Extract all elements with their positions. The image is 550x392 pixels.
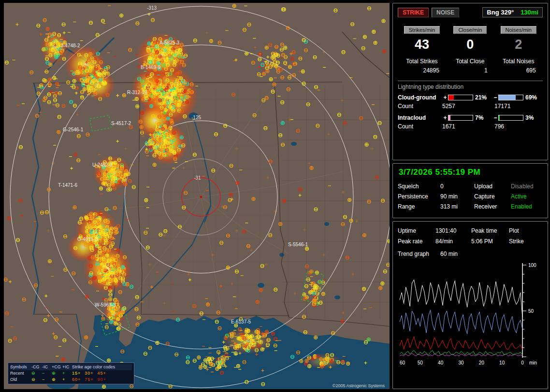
legend-col-pos-cg: +CG bbox=[52, 364, 62, 370]
squelch-value: 0 bbox=[440, 183, 474, 190]
totals-row: Total Strikes 24895 Total Close 1 Total … bbox=[398, 58, 543, 74]
range-ring-label: -31 bbox=[194, 175, 201, 181]
map-legend: Symbols-CG-IC+CG+ICStrike age color code… bbox=[8, 363, 134, 384]
legend-ages-old: 60+75+90+ bbox=[72, 377, 132, 383]
upload-value: Disabled bbox=[511, 183, 543, 190]
range-ring-label: -313 bbox=[147, 5, 157, 11]
rates-row: Strikes/min 43 Close/min 0 Noises/min 2 bbox=[398, 25, 543, 52]
peaktime-value: 5:06 PM bbox=[471, 238, 509, 245]
storm-cell-label: R-312-19 bbox=[127, 90, 147, 95]
cg-pos-old-icon: ⊕ bbox=[52, 377, 62, 383]
ic-neg-recent-icon: − bbox=[42, 370, 52, 377]
range-ring-label: -125 bbox=[191, 115, 201, 120]
nexstorm-app: { "map": { "colors": {"land": "#6b5c54",… bbox=[0, 0, 550, 392]
strike-stats-panel: STRIKE NOISE Bng 329° 130mi Strikes/min … bbox=[392, 3, 548, 160]
side-panel: STRIKE NOISE Bng 329° 130mi Strikes/min … bbox=[392, 3, 548, 389]
legend-old-label: Old bbox=[10, 377, 31, 383]
y-axis-label: 100 bbox=[528, 263, 536, 268]
x-axis-label: 30 bbox=[458, 360, 464, 365]
ic-negative-bar bbox=[498, 115, 523, 121]
uptime-grid: Uptime 1301:40 Peak time Plot Peak rate … bbox=[398, 227, 543, 245]
storm-cell-label: S-4517-2 bbox=[111, 121, 131, 126]
persistence-label: Persistence bbox=[398, 193, 440, 200]
uptime-value: 1301:40 bbox=[435, 227, 471, 234]
capture-value: Active bbox=[511, 193, 543, 200]
plot-label: Plot bbox=[509, 227, 543, 234]
cg-positive-count: 5257 bbox=[442, 103, 494, 110]
cg-pos-recent-icon: ⊕ bbox=[52, 370, 62, 377]
lightning-map[interactable]: J-4748-2A-5825-3B-1469-9R-312-19S-4517-2… bbox=[4, 3, 390, 389]
distribution-row-cloud-ground: Cloud-ground + 21% − 69% bbox=[398, 94, 543, 101]
ic-negative-count: 796 bbox=[494, 123, 543, 130]
plot-value: Strike bbox=[509, 238, 543, 245]
x-axis-label: 60 bbox=[400, 360, 405, 365]
storm-cell-label: S-5546-1 bbox=[288, 242, 308, 247]
peaktime-label: Peak time bbox=[471, 227, 509, 234]
ic-positive-count: 1671 bbox=[442, 123, 494, 130]
peakrate-label: Peak rate bbox=[398, 238, 435, 245]
cg-neg-recent-icon: ⊖ bbox=[31, 370, 42, 377]
x-axis-label: 10 bbox=[499, 360, 505, 365]
legend-recent-label: Recent bbox=[10, 370, 31, 377]
cg-negative-count: 17171 bbox=[494, 103, 543, 110]
capture-label: Capture bbox=[474, 193, 511, 200]
ic-pos-old-icon: + bbox=[62, 377, 72, 383]
trend-panel: Uptime 1301:40 Peak time Plot Peak rate … bbox=[392, 221, 548, 389]
receiver-label: Receiver bbox=[474, 203, 511, 210]
range-value: 313 mi bbox=[440, 203, 474, 210]
cg-negative-bar bbox=[498, 95, 523, 100]
storm-cell-label: G-2546-1 bbox=[63, 127, 84, 132]
x-axis-label: 50 bbox=[418, 360, 423, 365]
trend-value: 60 min bbox=[440, 251, 543, 257]
bearing-range: 130mi bbox=[521, 9, 538, 16]
bearing-value: Bng 329° bbox=[487, 9, 514, 16]
trend-graph: 100506050403020100min bbox=[398, 261, 543, 378]
squelch-label: Squelch bbox=[398, 183, 440, 190]
total-strikes-value: 24895 bbox=[398, 67, 446, 74]
y-axis-label: 50 bbox=[528, 308, 534, 314]
x-axis-unit: min bbox=[529, 360, 537, 365]
strike-button[interactable]: STRIKE bbox=[398, 8, 429, 17]
upload-label: Upload bbox=[474, 183, 511, 190]
ic-neg-old-icon: − bbox=[42, 377, 52, 383]
datetime-display: 3/7/2026 5:55:19 PM bbox=[399, 168, 543, 177]
total-strikes-label: Total Strikes bbox=[406, 58, 437, 65]
storm-cell-label: O-4615-3 bbox=[77, 237, 98, 242]
trend-chart-canvas: 100506050403020100min bbox=[398, 261, 543, 376]
legend-col-pos-ic: +IC bbox=[62, 364, 72, 370]
noises-per-min-value: 2 bbox=[494, 37, 543, 52]
storm-cell-label: B-1469-9 bbox=[141, 65, 161, 70]
noise-button[interactable]: NOISE bbox=[432, 8, 459, 17]
cg-count-row: Count 5257 17171 bbox=[398, 103, 543, 110]
total-close-label: Total Close bbox=[456, 58, 484, 65]
legend-col-neg-ic: -IC bbox=[42, 364, 52, 370]
x-axis-label: 40 bbox=[438, 360, 444, 365]
range-label: Range bbox=[398, 203, 440, 210]
noises-per-min-badge: Noises/min bbox=[501, 26, 536, 34]
strikes-per-min-value: 43 bbox=[398, 37, 446, 52]
legend-age-header: Strike age color codes bbox=[72, 364, 132, 370]
settings-grid: Squelch 0 Upload Disabled Persistence 90… bbox=[398, 183, 543, 210]
total-noises-value: 695 bbox=[494, 67, 543, 74]
total-close-value: 1 bbox=[446, 67, 494, 74]
storm-cell-label: W-5963-3 bbox=[95, 302, 116, 308]
strikes-per-min-badge: Strikes/min bbox=[404, 26, 440, 34]
map-canvas[interactable]: J-4748-2A-5825-3B-1469-9R-312-19S-4517-2… bbox=[4, 3, 390, 389]
storm-cell-label: A-5825-3 bbox=[159, 40, 180, 45]
close-per-min-badge: Close/min bbox=[453, 26, 487, 34]
cg-positive-bar bbox=[448, 95, 473, 100]
legend-symbols-header: Symbols bbox=[10, 364, 31, 370]
storm-cell-label: E-6137-5 bbox=[231, 319, 251, 324]
cg-neg-old-icon: ⊖ bbox=[31, 377, 42, 383]
distribution-title: Lightning type distribution bbox=[398, 84, 543, 90]
close-per-min-value: 0 bbox=[446, 37, 494, 52]
ic-positive-bar bbox=[448, 115, 473, 121]
persistence-value: 90 min bbox=[440, 193, 474, 200]
bearing-display: Bng 329° 130mi bbox=[482, 7, 543, 17]
x-axis-label: 20 bbox=[479, 360, 485, 365]
uptime-label: Uptime bbox=[398, 227, 435, 234]
storm-cell-label: J-4748-2 bbox=[61, 43, 80, 48]
distribution-row-intracloud: Intracloud + 7% − 3% bbox=[398, 114, 543, 121]
x-axis-label: 0 bbox=[521, 360, 524, 365]
storm-cell-label: U-2492-3 bbox=[92, 162, 113, 168]
